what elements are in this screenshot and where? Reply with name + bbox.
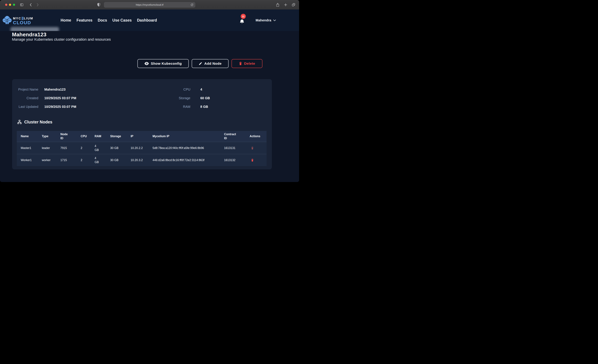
col-header-ram: RAM <box>91 131 106 142</box>
node-contract-id-cell: 1613132 <box>220 154 246 166</box>
page-subtitle: Manage your Kubernetes cluster configura… <box>12 37 111 42</box>
nav-link-home[interactable]: Home <box>61 18 71 23</box>
info-row: Storage 60 GB <box>170 94 210 102</box>
bell-icon <box>239 19 245 25</box>
node-ip-cell: 10.20.2.2 <box>127 142 149 154</box>
node-name-cell: Worker1 <box>17 154 38 166</box>
col-header-node-id: Node ID <box>57 131 77 142</box>
zoom-window-button[interactable] <box>13 4 15 6</box>
privacy-shield-icon[interactable] <box>97 0 101 9</box>
trash-icon <box>251 147 254 150</box>
close-window-button[interactable] <box>5 4 7 6</box>
info-row: CPU 4 <box>170 85 210 94</box>
col-header-type: Type <box>38 131 57 142</box>
page-title: Mahendra123 <box>12 32 46 38</box>
nav-link-dashboard[interactable]: Dashboard <box>137 18 157 23</box>
col-header-cpu: CPU <box>77 131 91 142</box>
trash-icon <box>239 62 242 65</box>
col-header-mycelium-ip: Mycelium IP <box>149 131 220 142</box>
nodes-table-header: Name Type Node ID CPU RAM Storage IP Myc… <box>17 131 266 142</box>
project-name-label: Project Name <box>17 88 38 91</box>
col-header-name: Name <box>17 131 38 142</box>
add-node-button[interactable]: Add Node <box>192 59 229 68</box>
network-icon <box>17 120 22 124</box>
node-storage-cell: 30 GB <box>106 142 127 154</box>
show-kubeconfig-button[interactable]: Show Kubeconfig <box>137 59 189 68</box>
node-contract-id-cell: 1613131 <box>220 142 246 154</box>
node-ram-cell: 4 GB <box>91 154 106 166</box>
table-row: Worker1 worker 1715 2 4 GB 30 GB 10.20.3… <box>17 154 266 166</box>
show-kubeconfig-label: Show Kubeconfig <box>151 62 182 66</box>
browser-window: https://myceliumcloud.tf <box>0 0 299 182</box>
blurred-text-region <box>10 27 59 31</box>
brand-letter-e <box>22 17 24 20</box>
ram-value: 8 GB <box>200 105 208 109</box>
add-node-label: Add Node <box>204 62 222 66</box>
url-text: https://myceliumcloud.tf <box>136 3 164 6</box>
col-header-storage: Storage <box>106 131 127 142</box>
delete-node-button[interactable] <box>251 147 254 150</box>
node-cpu-cell: 2 <box>77 142 91 154</box>
node-id-cell: 1715 <box>57 154 77 166</box>
page-content: Mahendra123 MYC <box>0 9 299 182</box>
ram-label: RAM <box>170 105 190 109</box>
tab-overview-icon[interactable] <box>291 0 296 9</box>
new-tab-icon[interactable] <box>283 0 288 9</box>
delete-node-button[interactable] <box>251 159 254 162</box>
site-navbar: MYC LIUM CLOUD Home Features Docs Use Ca… <box>0 9 299 31</box>
cluster-info-right: CPU 4 Storage 60 GB RAM 8 GB <box>170 85 210 111</box>
nav-link-docs[interactable]: Docs <box>98 18 107 23</box>
share-icon[interactable] <box>275 0 280 9</box>
nav-link-features[interactable]: Features <box>76 18 92 23</box>
cluster-nodes-header: Cluster Nodes <box>17 120 52 124</box>
last-updated-value: 10/29/2025 03:07 PM <box>44 105 76 109</box>
delete-cluster-button[interactable]: Delete <box>232 59 262 68</box>
cluster-info-left: Project Name Mahendra123 Created 10/29/2… <box>17 85 76 111</box>
cpu-label: CPU <box>170 88 190 91</box>
created-label: Created <box>17 96 38 100</box>
cluster-details-card: Project Name Mahendra123 Created 10/29/2… <box>12 79 272 169</box>
nodes-table: Name Type Node ID CPU RAM Storage IP Myc… <box>17 131 266 166</box>
project-name-value: Mahendra123 <box>44 88 66 91</box>
notification-badge: 11 <box>241 14 246 19</box>
forward-icon[interactable] <box>36 0 40 9</box>
eye-icon <box>144 62 149 65</box>
node-mycelium-ip-cell: 446:d2a6:8bcd:8c16:ff0f:72e2:3114:863f <box>149 154 220 166</box>
back-icon[interactable] <box>29 0 33 9</box>
table-row: Master1 leader 7915 2 4 GB 30 GB 10.20.2… <box>17 142 266 154</box>
brand-line2: CLOUD <box>13 20 33 25</box>
node-mycelium-ip-cell: 5d8:78ea:a120:f40c:ff0f:a5fe:99e6:8b96 <box>149 142 220 154</box>
notifications-button[interactable]: 11 <box>238 9 248 31</box>
info-row: RAM 8 GB <box>170 102 210 111</box>
user-menu[interactable]: Mahendra <box>256 9 276 31</box>
address-bar[interactable]: https://myceliumcloud.tf <box>104 2 195 8</box>
node-actions-cell <box>246 154 266 166</box>
mycelium-cloud-logo-icon[interactable] <box>2 16 12 25</box>
node-cpu-cell: 2 <box>77 154 91 166</box>
pencil-icon <box>199 62 202 65</box>
nav-link-use-cases[interactable]: Use Cases <box>112 18 132 23</box>
cpu-value: 4 <box>200 88 202 91</box>
delete-label: Delete <box>244 62 255 66</box>
node-type-cell: worker <box>38 154 57 166</box>
sidebar-toggle-icon[interactable] <box>20 0 24 9</box>
col-header-actions: Actions <box>246 131 266 142</box>
cluster-nodes-title: Cluster Nodes <box>24 120 52 124</box>
reload-icon[interactable] <box>190 3 194 7</box>
cluster-actions: Show Kubeconfig Add Node <box>137 59 262 68</box>
minimize-window-button[interactable] <box>9 4 11 6</box>
node-type-cell: leader <box>38 142 57 154</box>
node-ram-cell: 4 GB <box>91 142 106 154</box>
node-name-cell: Master1 <box>17 142 38 154</box>
brand-line1: MYC LIUM <box>13 17 33 20</box>
info-row: Created 10/29/2025 03:07 PM <box>17 94 76 102</box>
trash-icon <box>251 159 254 162</box>
main-nav: Home Features Docs Use Cases Dashboard <box>61 9 157 31</box>
node-storage-cell: 30 GB <box>106 154 127 166</box>
last-updated-label: Last Updated <box>17 105 38 109</box>
info-row: Project Name Mahendra123 <box>17 85 76 94</box>
node-id-cell: 7915 <box>57 142 77 154</box>
brand-text[interactable]: MYC LIUM CLOUD <box>13 17 33 25</box>
storage-label: Storage <box>170 96 190 100</box>
node-ip-cell: 10.20.3.2 <box>127 154 149 166</box>
